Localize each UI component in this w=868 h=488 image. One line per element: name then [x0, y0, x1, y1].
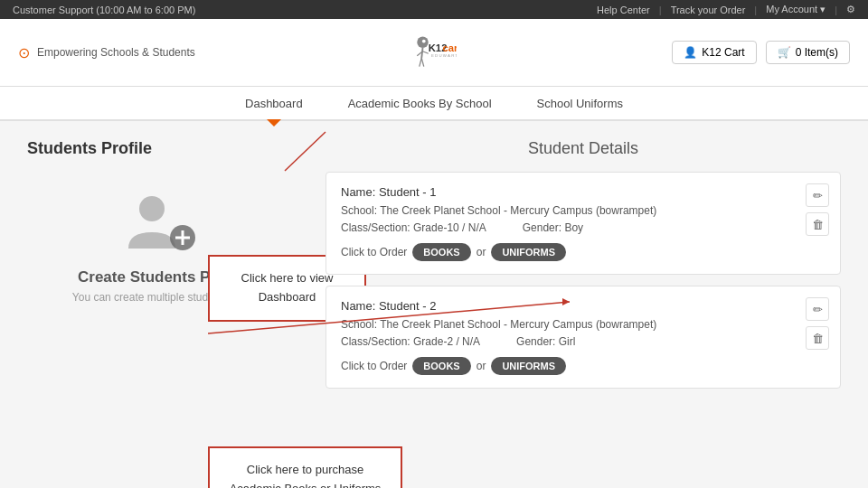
- right-panel: Student Details ✏ 🗑 Name: Student - 1 Sc…: [326, 139, 841, 455]
- logo-area: K12 cart EDUWART: [411, 34, 457, 70]
- student-school-1: School: The Creek Planet School - Mercur…: [341, 204, 826, 217]
- k12cart-button[interactable]: 👤 K12 Cart: [672, 41, 756, 64]
- user-icon-small: 👤: [684, 46, 697, 59]
- svg-line-4: [421, 58, 424, 66]
- click-to-order-label-1: Click to Order: [341, 246, 407, 258]
- header-left: ⊙ Empowering Schools & Students: [18, 44, 195, 61]
- header: ⊙ Empowering Schools & Students K12 cart…: [0, 19, 868, 87]
- student-class-gender-1: Class/Section: Grade-10 / N/A Gender: Bo…: [341, 221, 826, 234]
- edit-button-1[interactable]: ✏: [806, 183, 829, 207]
- students-profile-title: Students Profile: [27, 139, 298, 158]
- svg-line-6: [422, 52, 428, 54]
- help-center-link[interactable]: Help Center: [597, 5, 650, 15]
- header-right: 👤 K12 Cart 🛒 0 Item(s): [672, 41, 850, 64]
- tooltip-purchase: Click here to purchase Academic Books or…: [208, 446, 402, 488]
- my-account-link[interactable]: My Account ▾: [766, 4, 826, 15]
- student-card-1: ✏ 🗑 Name: Student - 1 School: The Creek …: [326, 172, 841, 275]
- student-gender-1: Gender: Boy: [523, 221, 583, 234]
- books-button-1[interactable]: BOOKS: [412, 243, 470, 261]
- books-button-2[interactable]: BOOKS: [412, 357, 470, 375]
- track-order-link[interactable]: Track your Order: [671, 5, 746, 15]
- card-actions-2: ✏ 🗑: [806, 297, 829, 350]
- student-details-title: Student Details: [326, 139, 841, 158]
- svg-point-1: [421, 40, 425, 43]
- uniforms-button-2[interactable]: UNIFORMS: [491, 357, 566, 375]
- top-bar-right: Help Center | Track your Order | My Acco…: [597, 4, 855, 15]
- student-class-gender-2: Class/Section: Grade-2 / N/A Gender: Gir…: [341, 335, 826, 348]
- cart-button[interactable]: 🛒 0 Item(s): [766, 41, 850, 64]
- customer-support: Customer Support (10:00 AM to 6:00 PM): [13, 5, 195, 15]
- svg-text:cart: cart: [442, 42, 457, 53]
- student-name-2: Name: Student - 2: [341, 299, 826, 313]
- cart-icon: 🛒: [778, 46, 791, 59]
- student-class-2: Class/Section: Grade-2 / N/A: [341, 335, 480, 348]
- left-panel: Students Profile Click here to view Dash…: [27, 139, 298, 455]
- edit-button-2[interactable]: ✏: [806, 297, 829, 321]
- nav-dashboard[interactable]: Dashboard: [241, 88, 307, 119]
- delete-button-1[interactable]: 🗑: [806, 212, 829, 236]
- edit-icon-1: ✏: [813, 189, 823, 202]
- main-content: Students Profile Click here to view Dash…: [0, 121, 868, 474]
- delete-button-2[interactable]: 🗑: [806, 326, 829, 350]
- delete-icon-1: 🗑: [812, 218, 824, 231]
- edit-icon-2: ✏: [813, 303, 823, 316]
- student-gender-2: Gender: Girl: [516, 335, 575, 348]
- top-bar: Customer Support (10:00 AM to 6:00 PM) H…: [0, 0, 868, 19]
- student-name-1: Name: Student - 1: [341, 185, 826, 199]
- order-row-2: Click to Order BOOKS or UNIFORMS: [341, 357, 826, 375]
- or-label-2: or: [476, 360, 486, 372]
- svg-line-2: [421, 48, 422, 58]
- click-to-order-label-2: Click to Order: [341, 360, 407, 372]
- order-row-1: Click to Order BOOKS or UNIFORMS: [341, 243, 826, 261]
- student-card-2: ✏ 🗑 Name: Student - 2 School: The Creek …: [326, 286, 841, 389]
- nav: Dashboard Academic Books By School Schoo…: [0, 87, 868, 121]
- student-school-2: School: The Creek Planet School - Mercur…: [341, 318, 826, 331]
- uniforms-button-1[interactable]: UNIFORMS: [491, 243, 566, 261]
- svg-text:EDUWART: EDUWART: [430, 53, 456, 58]
- mascot-svg: K12 cart EDUWART: [411, 34, 457, 70]
- card-actions-1: ✏ 🗑: [806, 183, 829, 236]
- delete-icon-2: 🗑: [812, 332, 824, 345]
- settings-icon[interactable]: ⚙: [846, 4, 855, 15]
- nav-academic-books[interactable]: Academic Books By School: [344, 88, 496, 119]
- nav-school-uniforms[interactable]: School Uniforms: [533, 88, 627, 119]
- add-person-icon: [127, 194, 199, 258]
- tagline: Empowering Schools & Students: [37, 46, 195, 59]
- svg-line-3: [419, 58, 421, 66]
- svg-point-13: [139, 196, 165, 221]
- student-class-1: Class/Section: Grade-10 / N/A: [341, 221, 486, 234]
- or-label-1: or: [476, 246, 486, 258]
- home-icon: ⊙: [18, 44, 30, 61]
